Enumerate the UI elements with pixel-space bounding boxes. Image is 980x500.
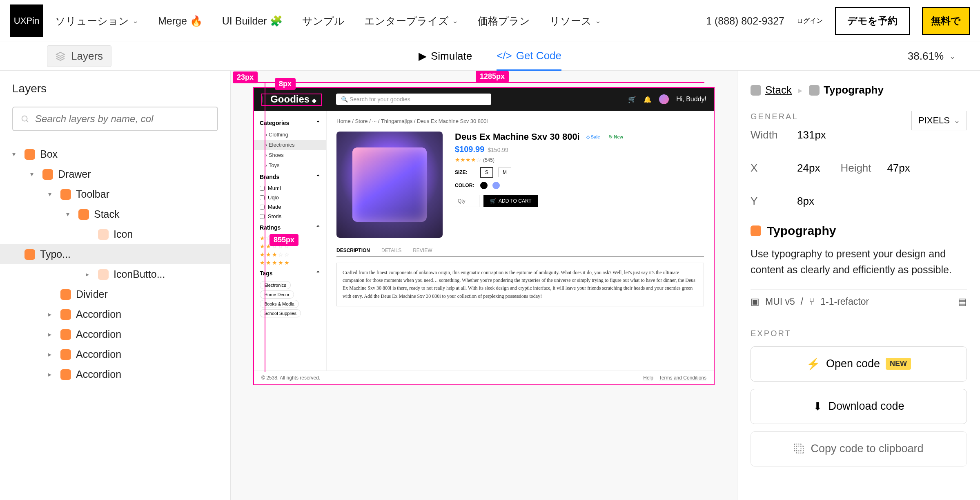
path-typography[interactable]: Typography	[809, 84, 884, 96]
path-stack[interactable]: Stack	[751, 84, 792, 96]
zoom-control[interactable]: 38.61% ⌄	[908, 50, 956, 62]
open-code-button[interactable]: ⚡ Open code NEW	[751, 346, 967, 382]
component-icon	[60, 329, 71, 340]
sidebar-cat-toys[interactable]: › Toys	[260, 160, 321, 170]
color-black[interactable]	[480, 182, 488, 189]
nav-enterprise[interactable]: エンタープライズ⌄	[364, 14, 458, 28]
typography-heading: Typography	[751, 224, 967, 238]
tree-row-drawer[interactable]: ▾Drawer	[12, 164, 218, 184]
chevron-right-icon: ▸	[798, 85, 802, 95]
mock-search[interactable]: 🔍 Search for your goodies	[336, 94, 491, 105]
docs-icon[interactable]: ▤	[958, 296, 967, 307]
branch-icon: ⑂	[809, 296, 815, 307]
guide-horizontal	[243, 82, 704, 83]
tab-review[interactable]: REVIEW	[413, 248, 432, 253]
add-to-cart-button[interactable]: 🛒 ADD TO CART	[483, 195, 538, 207]
qty-input[interactable]	[455, 195, 479, 207]
sidebar-ratings-header[interactable]: Ratings⌃	[260, 221, 321, 234]
x-value: 24px	[797, 162, 820, 174]
login-link[interactable]: ログイン	[797, 17, 823, 25]
tab-simulate[interactable]: ▶ Simulate	[419, 42, 472, 71]
nav-resources[interactable]: リソース⌄	[550, 14, 601, 28]
tab-get-code[interactable]: </> Get Code	[497, 42, 561, 71]
sidebar-cat-shoes[interactable]: › Shoes	[260, 150, 321, 160]
search-icon	[20, 114, 29, 123]
mock-greeting: Hi, Buddy!	[676, 96, 706, 103]
cart-icon[interactable]: 🛒	[628, 96, 636, 103]
layers-search-input[interactable]	[35, 113, 210, 125]
component-icon	[98, 229, 109, 240]
sidebar-tags-header[interactable]: Tags⌃	[260, 267, 321, 280]
tab-description[interactable]: DESCRIPTION	[336, 248, 370, 253]
nav-merge[interactable]: Merge 🔥	[158, 15, 203, 27]
export-label: EXPORT	[751, 329, 967, 338]
download-code-button[interactable]: ⬇ Download code	[751, 389, 967, 424]
brand-mumi[interactable]: Mumi	[260, 183, 321, 193]
measure-left: 23px	[233, 71, 258, 83]
breadcrumb[interactable]: Home / Store / ··· / Thingamajigs / Deus…	[336, 118, 704, 124]
tree-row-accordion[interactable]: ▸Accordion	[12, 304, 218, 324]
library-name[interactable]: MUI v5	[765, 296, 795, 307]
tree-label: Icon	[114, 228, 133, 240]
brand-uqlo[interactable]: Uqlo	[260, 193, 321, 202]
phone-number[interactable]: 1 (888) 802-9327	[706, 15, 784, 27]
unit-selector[interactable]: PIXELS⌄	[911, 111, 967, 130]
nav-uibuilder[interactable]: UI Builder 🧩	[222, 15, 283, 27]
logo[interactable]: UXPin	[10, 4, 43, 37]
avatar[interactable]	[659, 94, 669, 104]
rating-3[interactable]: ★★★☆☆	[260, 250, 321, 259]
chevron-down-icon: ⌄	[452, 16, 458, 25]
brand-storis[interactable]: Storis	[260, 212, 321, 221]
sidebar-cat-clothing[interactable]: › Clothing	[260, 129, 321, 140]
copy-code-button[interactable]: ⿻ Copy code to clipboard	[751, 431, 967, 467]
tag-school[interactable]: School Supplies	[260, 309, 301, 317]
layers-toggle-button[interactable]: Layers	[47, 45, 111, 67]
product-rating[interactable]: ★★★★☆ (545)	[455, 156, 626, 163]
y-label: Y	[751, 195, 787, 208]
tree-row-toolbar[interactable]: ▾Toolbar	[12, 184, 218, 204]
chevron-down-icon: ⌄	[949, 52, 956, 61]
meta-row: ▣ MUI v5 / ⑂ 1-1-refactor ▤	[751, 289, 967, 314]
color-blue[interactable]	[492, 182, 500, 189]
brand-made[interactable]: Made	[260, 202, 321, 212]
tree-row-stack[interactable]: ▾Stack	[12, 204, 218, 224]
chevron-down-icon: ⌄	[595, 16, 601, 25]
tab-details[interactable]: DETAILS	[381, 248, 401, 253]
copy-icon: ⿻	[794, 442, 805, 455]
tree-row-icon[interactable]: Icon	[12, 224, 218, 244]
nav-samples[interactable]: サンプル	[302, 14, 345, 28]
tree-label: Box	[40, 148, 58, 160]
layers-search[interactable]	[12, 107, 218, 131]
size-m[interactable]: M	[498, 167, 511, 177]
footer-terms[interactable]: Terms and Conditions	[659, 375, 706, 381]
nav-solutions[interactable]: ソリューション⌄	[55, 14, 138, 28]
tree-row-iconbutto[interactable]: ▸IconButto...	[12, 264, 218, 284]
measure-height: 855px	[270, 234, 298, 246]
tree-row-divider[interactable]: Divider	[12, 284, 218, 304]
tree-row-typo[interactable]: Typo...	[0, 244, 230, 264]
book-demo-button[interactable]: デモを予約	[835, 7, 910, 35]
footer-help[interactable]: Help	[643, 375, 653, 381]
size-s[interactable]: S	[480, 167, 493, 178]
tree-row-box[interactable]: ▾Box	[12, 144, 218, 164]
chevron-down-icon: ⌄	[132, 16, 138, 25]
branch-name[interactable]: 1-1-refactor	[820, 296, 869, 307]
design-canvas[interactable]: | Goodies ◆ 🔍 Search for your goodies 🛒 …	[253, 87, 715, 385]
size-label: SIZE:	[455, 170, 475, 175]
rating-5[interactable]: ★★★★★	[260, 259, 321, 267]
canvas-area[interactable]: 23px 8px 1285px 855px | Goodies ◆ 🔍 Sear…	[231, 71, 737, 500]
mock-footer: © 2538. All rights reserved. HelpTerms a…	[254, 371, 714, 384]
bell-icon[interactable]: 🔔	[644, 96, 652, 103]
product-image[interactable]	[336, 132, 443, 238]
tree-row-accordion[interactable]: ▸Accordion	[12, 344, 218, 364]
tree-row-accordion[interactable]: ▸Accordion	[12, 364, 218, 384]
component-icon	[60, 309, 71, 320]
tag-books[interactable]: Books & Media	[260, 300, 299, 308]
nav-pricing[interactable]: 価格プラン	[478, 14, 530, 28]
sidebar-categories-header[interactable]: Categories⌃	[260, 116, 321, 129]
color-label: COLOR:	[455, 183, 475, 188]
free-trial-button[interactable]: 無料で	[922, 7, 970, 35]
sidebar-brands-header[interactable]: Brands⌃	[260, 170, 321, 183]
tree-row-accordion[interactable]: ▸Accordion	[12, 324, 218, 344]
tree-label: Accordion	[76, 328, 121, 340]
